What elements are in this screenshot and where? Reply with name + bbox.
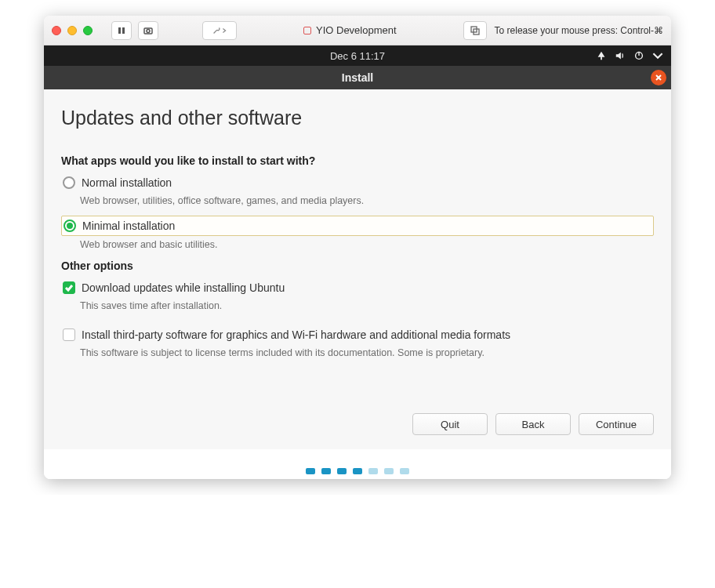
ubuntu-topbar: Dec 6 11:17 bbox=[44, 45, 671, 66]
progress-dot bbox=[306, 468, 315, 474]
svg-rect-7 bbox=[638, 52, 639, 56]
clock-label: Dec 6 11:17 bbox=[330, 50, 385, 62]
download-updates-desc: This saves time after installation. bbox=[80, 300, 654, 311]
other-options-label: Other options bbox=[61, 260, 654, 272]
snapshot-vm-button[interactable] bbox=[138, 21, 158, 40]
installer-titlebar: Install bbox=[44, 66, 671, 89]
pause-vm-button[interactable] bbox=[111, 21, 132, 40]
fullscreen-window-button[interactable] bbox=[83, 26, 93, 35]
power-icon bbox=[633, 50, 644, 61]
installer-content: Updates and other software What apps wou… bbox=[44, 89, 671, 449]
minimal-install-label: Minimal installation bbox=[82, 220, 175, 232]
close-installer-button[interactable] bbox=[651, 70, 666, 85]
progress-dot bbox=[384, 468, 394, 474]
svg-point-3 bbox=[147, 29, 150, 32]
normal-install-label: Normal installation bbox=[82, 176, 172, 189]
normal-install-desc: Web browser, utilities, office software,… bbox=[80, 195, 654, 206]
download-updates-checkbox[interactable]: Download updates while installing Ubuntu bbox=[61, 278, 654, 297]
vm-status-icon bbox=[303, 27, 311, 34]
svg-rect-0 bbox=[118, 27, 121, 34]
quit-button[interactable]: Quit bbox=[412, 413, 488, 435]
checkbox-unchecked-icon bbox=[63, 328, 75, 341]
progress-dot bbox=[321, 468, 331, 474]
radio-off-icon bbox=[63, 176, 75, 189]
windowed-mode-button[interactable] bbox=[463, 21, 487, 40]
network-icon bbox=[596, 50, 607, 61]
minimal-install-desc: Web browser and basic utilities. bbox=[80, 239, 654, 250]
close-window-button[interactable] bbox=[52, 26, 61, 35]
installer-title: Install bbox=[342, 71, 373, 84]
vm-window: YIO Development To release your mouse pr… bbox=[44, 16, 671, 479]
vm-tools-button[interactable] bbox=[202, 21, 237, 40]
close-icon bbox=[655, 74, 662, 82]
thirdparty-label: Install third-party software for graphic… bbox=[82, 328, 510, 341]
thirdparty-desc: This software is subject to license term… bbox=[80, 347, 654, 358]
host-window-title: YIO Development bbox=[243, 24, 457, 36]
progress-dot bbox=[353, 468, 362, 474]
question-label: What apps would you like to install to s… bbox=[61, 154, 654, 167]
button-row: Quit Back Continue bbox=[61, 413, 654, 435]
radio-on-icon bbox=[64, 220, 76, 232]
thirdparty-checkbox[interactable]: Install third-party software for graphic… bbox=[61, 325, 654, 344]
host-title-text: YIO Development bbox=[316, 24, 397, 36]
status-area[interactable] bbox=[596, 50, 663, 61]
progress-dot bbox=[337, 468, 347, 474]
continue-button[interactable]: Continue bbox=[579, 413, 654, 435]
back-button[interactable]: Back bbox=[495, 413, 571, 435]
minimal-install-radio[interactable]: Minimal installation bbox=[61, 216, 654, 236]
download-updates-label: Download updates while installing Ubuntu bbox=[82, 281, 285, 294]
chevron-down-icon bbox=[652, 50, 663, 61]
normal-install-radio[interactable]: Normal installation bbox=[61, 173, 654, 192]
minimize-window-button[interactable] bbox=[67, 26, 77, 35]
checkbox-checked-icon bbox=[63, 281, 75, 294]
volume-icon bbox=[615, 50, 626, 61]
progress-dot bbox=[400, 468, 409, 474]
svg-rect-1 bbox=[122, 27, 125, 34]
progress-dot bbox=[368, 468, 378, 474]
progress-dots bbox=[44, 449, 671, 479]
page-title: Updates and other software bbox=[61, 107, 654, 129]
host-toolbar: YIO Development To release your mouse pr… bbox=[44, 16, 671, 45]
mouse-release-hint: To release your mouse press: Control-⌘ bbox=[495, 25, 663, 36]
